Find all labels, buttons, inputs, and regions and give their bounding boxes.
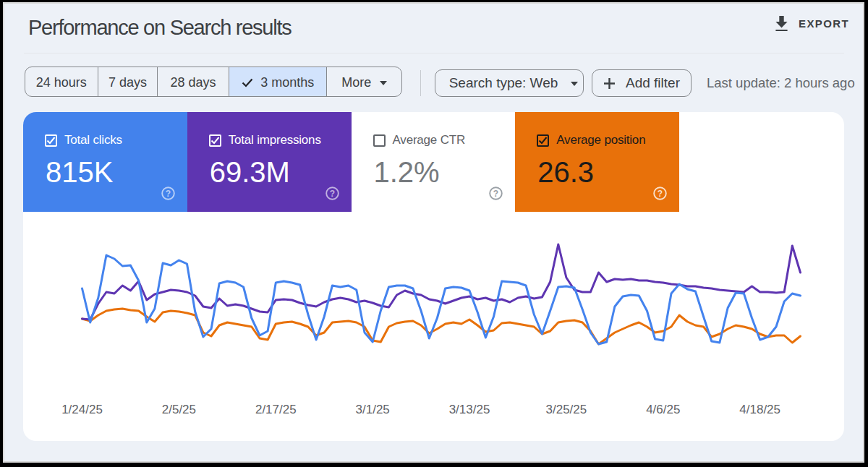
svg-text:?: ? [658,189,663,199]
svg-text:?: ? [166,189,171,199]
svg-text:?: ? [493,189,498,199]
svg-text:?: ? [329,189,334,199]
